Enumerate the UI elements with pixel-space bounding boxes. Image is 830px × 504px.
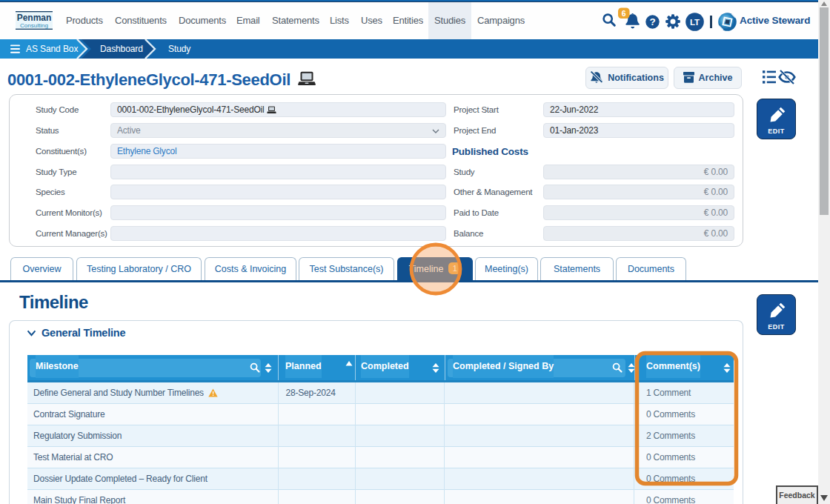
svg-text:LT: LT [690,18,700,27]
svg-text:Penman: Penman [17,13,52,23]
svg-text:Consulting: Consulting [20,22,48,29]
svg-text:6: 6 [622,9,626,18]
svg-text:?: ? [649,16,655,27]
